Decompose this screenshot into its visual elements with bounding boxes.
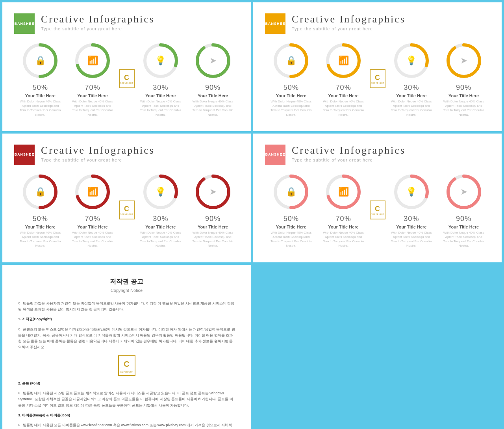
- slide-header-red: BANSHEE Creative Infographics Type the s…: [14, 145, 239, 165]
- lock-icon-green: 🔒: [35, 56, 46, 66]
- circle-item-orange-2: 📶 70% Your Title Here With Dolor Neque 4…: [317, 41, 370, 117]
- circle-item-green-1: 🔒 50% Your Title Here With Dolor Neque 4…: [14, 41, 67, 117]
- cbadge-orange: C COPYRIGHT: [370, 69, 385, 88]
- slide-orange: BANSHEE Creative Infographics Type the s…: [253, 2, 502, 131]
- ctitle-green-1: Your Title Here: [25, 93, 56, 98]
- percent-green-3: 30%: [153, 84, 168, 92]
- copyright-cbadge: C COPYRIGHT: [118, 355, 135, 376]
- ctitle-green-3: Your Title Here: [145, 93, 176, 98]
- title-block-orange: Creative Infographics Type the subtitle …: [292, 13, 406, 31]
- cdesc-red-2: With Dolor Neque 40% Class Aptent Taciti…: [71, 230, 114, 248]
- circle-wrap-orange-1: 🔒: [271, 41, 311, 80]
- circle-wrap-pink-3: 💡: [392, 172, 431, 212]
- copyright-s1-title: 1. 저작권(Copyright): [18, 316, 235, 322]
- circle-item-red-1: 🔒 50% Your Title Here With Dolor Neque 4…: [14, 172, 67, 248]
- percent-green-4: 90%: [205, 84, 220, 92]
- subtitle-red: Type the subtitle of your great here: [41, 158, 155, 162]
- circle-wrap-red-2: 📶: [73, 172, 112, 212]
- slide-header-pink: BANSHEE Creative Infographics Type the s…: [265, 145, 490, 165]
- circles-row-red: 🔒 50% Your Title Here With Dolor Neque 4…: [14, 172, 239, 248]
- circle-wrap-green-2: 📶: [73, 41, 112, 80]
- percent-orange-1: 50%: [284, 84, 299, 92]
- cdesc-red-3: With Dolor Neque 40% Class Aptent Taciti…: [139, 230, 182, 248]
- copyright-s3-body: 이 템플릿 내에 사용된 모든 아이콘들은 www.iconfinder.com…: [18, 422, 235, 429]
- circle-wrap-red-1: 🔒: [20, 172, 60, 212]
- circle-item-green-2: 📶 70% Your Title Here With Dolor Neque 4…: [67, 41, 119, 117]
- circle-wrap-orange-2: 📶: [324, 41, 363, 80]
- circle-item-pink-3: 💡 30% Your Title Here With Dolor Neque 4…: [385, 172, 438, 248]
- main-title-orange: Creative Infographics: [292, 13, 406, 25]
- percent-red-1: 50%: [33, 215, 48, 223]
- percent-orange-2: 70%: [336, 84, 351, 92]
- lock-icon-red: 🔒: [35, 187, 46, 197]
- circle-wrap-red-3: 💡: [141, 172, 180, 212]
- wifi-icon-red: 📶: [87, 187, 98, 197]
- wifi-icon-pink: 📶: [338, 187, 349, 197]
- ctitle-red-4: Your Title Here: [198, 225, 228, 229]
- cbadge-green: C COPYRIGHT: [119, 69, 135, 88]
- subtitle-pink: Type the subtitle of your great here: [292, 158, 406, 162]
- cdesc-red-4: With Dolor Neque 40% Class Aptent Taciti…: [191, 230, 235, 248]
- cdesc-green-4: With Dolor Neque 40% Class Aptent Taciti…: [191, 99, 235, 117]
- lock-icon-pink: 🔒: [286, 187, 296, 197]
- percent-orange-3: 30%: [404, 84, 419, 92]
- subtitle-orange: Type the subtitle of your great here: [292, 26, 406, 31]
- ctitle-pink-3: Your Title Here: [396, 225, 426, 229]
- title-block-pink: Creative Infographics Type the subtitle …: [292, 145, 406, 162]
- ctitle-orange-2: Your Title Here: [328, 93, 359, 98]
- circles-row-pink: 🔒 50% Your Title Here With Dolor Neque 4…: [265, 172, 490, 248]
- percent-pink-1: 50%: [284, 215, 299, 223]
- cdesc-green-1: With Dolor Neque 40% Class Aptent Taciti…: [19, 99, 62, 117]
- circle-item-red-3: 💡 30% Your Title Here With Dolor Neque 4…: [135, 172, 187, 248]
- brand-box-green: BANSHEE: [14, 13, 35, 34]
- circle-wrap-green-1: 🔒: [20, 41, 60, 80]
- main-title-green: Creative Infographics: [41, 13, 155, 25]
- bulb-icon-pink: 💡: [406, 187, 417, 197]
- cdesc-pink-2: With Dolor Neque 40% Class Aptent Taciti…: [322, 230, 365, 248]
- ctitle-green-2: Your Title Here: [78, 93, 108, 98]
- ctitle-orange-1: Your Title Here: [276, 93, 306, 98]
- ctitle-red-2: Your Title Here: [78, 225, 108, 229]
- copyright-s2-title: 2. 폰트 (Font): [18, 381, 235, 386]
- circles-row-green: 🔒 50% Your Title Here With Dolor Neque 4…: [14, 41, 239, 117]
- arrow-icon-pink: ➤: [460, 187, 467, 197]
- brand-label-green: BANSHEE: [14, 22, 34, 26]
- cdesc-orange-1: With Dolor Neque 40% Class Aptent Taciti…: [269, 99, 313, 117]
- wifi-icon-orange: 📶: [338, 56, 349, 66]
- copyright-cbadge-wrap: C COPYRIGHT: [18, 355, 235, 376]
- percent-green-1: 50%: [33, 84, 48, 92]
- circle-item-pink-4: ➤ 90% Your Title Here With Dolor Neque 4…: [437, 172, 490, 248]
- copyright-body: 이 템플릿 파일은 사용자의 개인적 또는 비상업적 목적으로만 사용이 허가됩…: [18, 301, 235, 429]
- circle-wrap-red-4: ➤: [193, 172, 233, 212]
- cdesc-red-1: With Dolor Neque 40% Class Aptent Taciti…: [19, 230, 62, 248]
- slide-green: BANSHEE Creative Infographics Type the s…: [2, 2, 251, 131]
- main-title-pink: Creative Infographics: [292, 145, 406, 156]
- arrow-icon-orange: ➤: [460, 56, 467, 66]
- percent-red-3: 30%: [153, 215, 168, 223]
- brand-box-pink: BANSHEE: [265, 145, 285, 165]
- circle-item-orange-4: ➤ 90% Your Title Here With Dolor Neque 4…: [437, 41, 490, 117]
- ctitle-red-1: Your Title Here: [25, 225, 56, 229]
- percent-green-2: 70%: [85, 84, 100, 92]
- cbadge-red: C COPYRIGHT: [119, 201, 135, 219]
- copyright-title-kr: 저작권 공고: [18, 277, 235, 287]
- ctitle-pink-2: Your Title Here: [328, 225, 359, 229]
- blue-section: [253, 265, 502, 429]
- copyright-section: 저작권 공고 Copyright Notice 이 템플릿 파일은 사용자의 개…: [2, 265, 251, 429]
- circle-wrap-pink-4: ➤: [444, 172, 484, 212]
- circle-item-pink-2: 📶 70% Your Title Here With Dolor Neque 4…: [317, 172, 370, 248]
- percent-pink-4: 90%: [456, 215, 471, 223]
- bulb-icon-green: 💡: [155, 56, 166, 66]
- bulb-icon-orange: 💡: [406, 56, 417, 66]
- brand-label-pink: BANSHEE: [265, 152, 285, 157]
- slide-header-green: BANSHEE Creative Infographics Type the s…: [14, 13, 239, 34]
- circle-item-pink-1: 🔒 50% Your Title Here With Dolor Neque 4…: [265, 172, 317, 248]
- circle-item-orange-1: 🔒 50% Your Title Here With Dolor Neque 4…: [265, 41, 317, 117]
- circle-item-red-2: 📶 70% Your Title Here With Dolor Neque 4…: [67, 172, 119, 248]
- brand-box-red: BANSHEE: [14, 145, 35, 165]
- main-title-red: Creative Infographics: [41, 145, 155, 156]
- brand-label-red: BANSHEE: [14, 152, 34, 157]
- circle-item-green-3: 💡 30% Your Title Here With Dolor Neque 4…: [135, 41, 187, 117]
- subtitle-green: Type the subtitle of your great here: [41, 26, 155, 31]
- title-block-red: Creative Infographics Type the subtitle …: [41, 145, 155, 162]
